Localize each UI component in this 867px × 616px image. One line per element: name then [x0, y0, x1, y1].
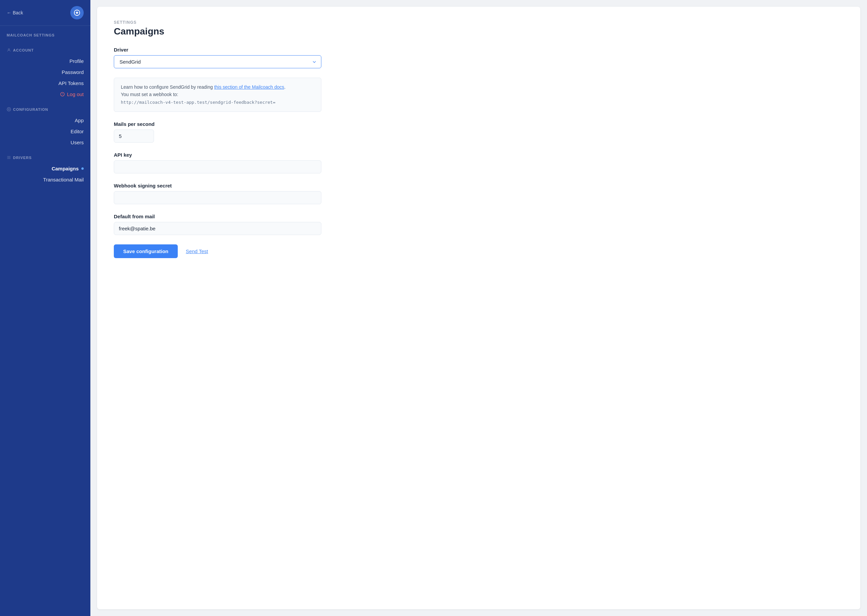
sidebar-item-transactional-mail[interactable]: Transactional Mail: [0, 174, 90, 185]
sidebar: ← Back MAILCOACH SETTINGS ACCOUNT Profil…: [0, 0, 90, 616]
save-configuration-button[interactable]: Save configuration: [114, 244, 178, 258]
main-content: SETTINGS Campaigns Driver SendGrid Mailg…: [97, 7, 860, 609]
docs-link[interactable]: this section of the Mailcoach docs: [214, 84, 284, 90]
drivers-section-label: DRIVERS: [0, 148, 90, 163]
sidebar-item-logout[interactable]: Log out: [0, 89, 90, 100]
api-key-input[interactable]: [114, 160, 321, 173]
sidebar-item-users[interactable]: Users: [0, 137, 90, 148]
mails-per-second-input[interactable]: [114, 130, 154, 143]
back-link[interactable]: ← Back: [7, 10, 23, 16]
mails-per-second-wrapper: [114, 130, 154, 143]
sidebar-item-campaigns[interactable]: Campaigns: [0, 163, 90, 174]
sidebar-item-editor[interactable]: Editor: [0, 126, 90, 137]
api-key-label: API key: [114, 152, 843, 158]
sidebar-header: ← Back: [0, 0, 90, 26]
page-title: Campaigns: [114, 26, 843, 37]
sidebar-item-app[interactable]: App: [0, 115, 90, 126]
active-indicator: [81, 167, 84, 170]
send-test-button[interactable]: Send Test: [186, 248, 208, 254]
config-section-label: CONFIGURATION: [0, 100, 90, 115]
account-section-label: ACCOUNT: [0, 41, 90, 56]
driver-group: Driver SendGrid Mailgun Amazon SES Postm…: [114, 47, 843, 68]
driver-select[interactable]: SendGrid Mailgun Amazon SES Postmark SMT…: [114, 55, 321, 68]
mailcoach-settings-label: MAILCOACH SETTINGS: [0, 26, 90, 41]
default-from-input[interactable]: [114, 222, 321, 235]
sidebar-item-profile[interactable]: Profile: [0, 56, 90, 67]
webhook-url: http://mailcoach-v4-test-app.test/sendgr…: [121, 99, 314, 106]
svg-point-2: [8, 49, 9, 50]
sidebar-item-password[interactable]: Password: [0, 67, 90, 78]
webhook-secret-group: Webhook signing secret: [114, 183, 843, 204]
mails-per-second-label: Mails per second: [114, 121, 843, 127]
sidebar-item-api-tokens[interactable]: API Tokens: [0, 78, 90, 89]
api-key-group: API key: [114, 152, 843, 173]
info-box: Learn how to configure SendGrid by readi…: [114, 78, 321, 112]
svg-point-1: [76, 12, 78, 14]
action-row: Save configuration Send Test: [114, 244, 843, 258]
settings-label: SETTINGS: [114, 20, 843, 25]
driver-label: Driver: [114, 47, 843, 53]
mails-per-second-group: Mails per second: [114, 121, 843, 143]
default-from-group: Default from mail: [114, 214, 843, 235]
webhook-secret-label: Webhook signing secret: [114, 183, 843, 189]
logo-icon: [70, 6, 84, 19]
svg-point-5: [8, 109, 9, 110]
default-from-label: Default from mail: [114, 214, 843, 219]
info-text: Learn how to configure SendGrid by readi…: [121, 83, 314, 91]
webhook-info-text: You must set a webhook to:: [121, 91, 314, 98]
webhook-secret-input[interactable]: [114, 191, 321, 204]
